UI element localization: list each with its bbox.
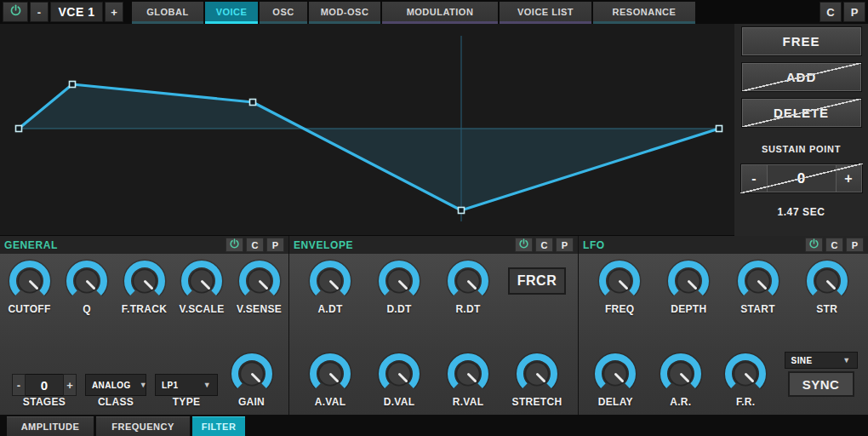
tab-modulation[interactable]: MODULATION <box>382 2 498 24</box>
lfo-power-button[interactable] <box>805 238 823 252</box>
dval-knob[interactable] <box>377 352 421 396</box>
envelope-copy-button[interactable]: C <box>535 238 553 252</box>
sustain-minus-button[interactable]: - <box>741 164 768 192</box>
ftrack-knob[interactable] <box>123 259 167 303</box>
start-control: START <box>730 259 786 315</box>
q-control: Q <box>59 259 115 315</box>
q-label: Q <box>83 303 91 315</box>
ddt-knob[interactable] <box>377 259 421 303</box>
ddt-control: D.DT <box>371 259 427 315</box>
stages-minus-button[interactable]: - <box>12 374 26 396</box>
dval-label: D.VAL <box>384 396 415 408</box>
q-knob[interactable] <box>65 259 109 303</box>
ar-knob[interactable] <box>659 352 703 396</box>
vsense-label: V.SENSE <box>237 303 282 315</box>
voice-plus-button[interactable]: + <box>105 2 123 22</box>
top-bar: - VCE 1 + GLOBAL VOICE OSC MOD-OSC MODUL… <box>0 0 868 24</box>
start-knob[interactable] <box>736 259 780 303</box>
envelope-curve[interactable] <box>0 24 734 236</box>
stretch-knob[interactable] <box>515 352 559 396</box>
lfo-knob-row-1: FREQ DEPTH START STR <box>579 254 868 315</box>
general-section: GENERAL C P CUTOFF Q <box>0 236 289 415</box>
general-power-button[interactable] <box>226 238 243 252</box>
ftrack-control: F.TRACK <box>117 259 173 315</box>
rdt-knob[interactable] <box>446 259 490 303</box>
cutoff-label: CUTOFF <box>8 303 50 315</box>
rval-label: R.VAL <box>453 396 484 408</box>
sync-button[interactable]: SYNC <box>788 371 854 397</box>
voice-minus-button[interactable]: - <box>30 2 49 22</box>
tab-global[interactable]: GLOBAL <box>132 2 203 24</box>
cutoff-control: CUTOFF <box>2 259 58 315</box>
envelope-power-button[interactable] <box>515 238 533 252</box>
general-knob-row: CUTOFF Q F.TRACK V.SCALE <box>0 254 288 315</box>
freq-control: FREQ <box>591 259 648 315</box>
envelope-knob-row-2: A.VAL D.VAL R.VAL STRETCH <box>289 347 578 415</box>
tab-voice[interactable]: VOICE <box>205 2 258 24</box>
power-icon <box>808 238 819 251</box>
aval-knob[interactable] <box>308 352 352 396</box>
adt-control: A.DT <box>302 259 358 315</box>
rdt-control: R.DT <box>440 259 496 315</box>
class-dropdown[interactable]: ANALOG ▼ <box>85 374 146 396</box>
frcr-button[interactable]: FRCR <box>508 267 566 295</box>
gain-knob[interactable] <box>230 352 274 396</box>
delete-point-button[interactable]: DELETE <box>742 99 861 127</box>
voice-power-button[interactable] <box>3 2 28 22</box>
depth-knob[interactable] <box>666 259 711 303</box>
fr-knob[interactable] <box>723 352 768 396</box>
synth-window: - VCE 1 + GLOBAL VOICE OSC MOD-OSC MODUL… <box>0 0 868 436</box>
start-label: START <box>740 303 775 315</box>
vscale-knob[interactable] <box>180 259 224 303</box>
add-point-button[interactable]: ADD <box>742 63 861 91</box>
power-icon <box>9 4 22 20</box>
tab-osc[interactable]: OSC <box>260 2 307 24</box>
lfo-copy-button[interactable]: C <box>825 238 843 252</box>
ar-control: A.R. <box>653 352 709 408</box>
global-paste-button[interactable]: P <box>843 2 865 22</box>
stages-plus-button[interactable]: + <box>63 374 77 396</box>
tab-voice-list[interactable]: VOICE LIST <box>500 2 591 24</box>
rval-knob[interactable] <box>446 352 490 396</box>
stages-value: 0 <box>26 374 63 396</box>
gain-label: GAIN <box>238 396 265 408</box>
global-copy-button[interactable]: C <box>819 2 842 22</box>
tab-filter[interactable]: FILTER <box>192 416 245 436</box>
delay-control: DELAY <box>587 352 643 408</box>
lfo-wave-dropdown[interactable]: SINE ▼ <box>785 352 858 369</box>
envelope-duration-label: 1.47 SEC <box>777 206 825 218</box>
envelope-title: ENVELOPE <box>294 239 512 251</box>
vsense-control: V.SENSE <box>231 259 288 315</box>
depth-label: DEPTH <box>671 303 706 315</box>
free-button[interactable]: FREE <box>742 27 861 55</box>
lfo-paste-button[interactable]: P <box>846 238 864 252</box>
vsense-knob[interactable] <box>237 259 282 303</box>
sustain-point-label: SUSTAIN POINT <box>762 144 841 154</box>
tab-amplitude[interactable]: AMPLITUDE <box>7 416 94 436</box>
str-knob[interactable] <box>805 259 849 303</box>
freq-knob[interactable] <box>597 259 642 303</box>
stages-stepper: - 0 + <box>12 374 77 396</box>
delay-knob[interactable] <box>593 352 637 396</box>
power-icon <box>518 238 529 251</box>
sustain-plus-button[interactable]: + <box>836 164 862 192</box>
adt-knob[interactable] <box>308 259 352 303</box>
topbar-spacer <box>697 2 818 24</box>
general-paste-button[interactable]: P <box>266 238 284 252</box>
gain-control: GAIN <box>226 352 277 408</box>
lfo-title: LFO <box>583 239 802 251</box>
tab-frequency[interactable]: FREQUENCY <box>96 416 190 436</box>
lfo-wave-value: SINE <box>791 356 813 365</box>
stages-control: - 0 + STAGES <box>12 374 77 408</box>
tab-mod-osc[interactable]: MOD-OSC <box>309 2 380 24</box>
tab-resonance[interactable]: RESONANCE <box>593 2 695 24</box>
main-tab-bar: GLOBAL VOICE OSC MOD-OSC MODULATION VOIC… <box>132 2 695 24</box>
rdt-label: R.DT <box>455 303 480 315</box>
cutoff-knob[interactable] <box>8 259 52 303</box>
envelope-editor[interactable] <box>0 24 734 236</box>
type-dropdown[interactable]: LP1 ▼ <box>155 374 218 396</box>
general-copy-button[interactable]: C <box>246 238 264 252</box>
envelope-paste-button[interactable]: P <box>556 238 574 252</box>
aval-label: A.VAL <box>315 396 346 408</box>
lfo-section: LFO C P FREQ DEPTH <box>579 236 868 415</box>
